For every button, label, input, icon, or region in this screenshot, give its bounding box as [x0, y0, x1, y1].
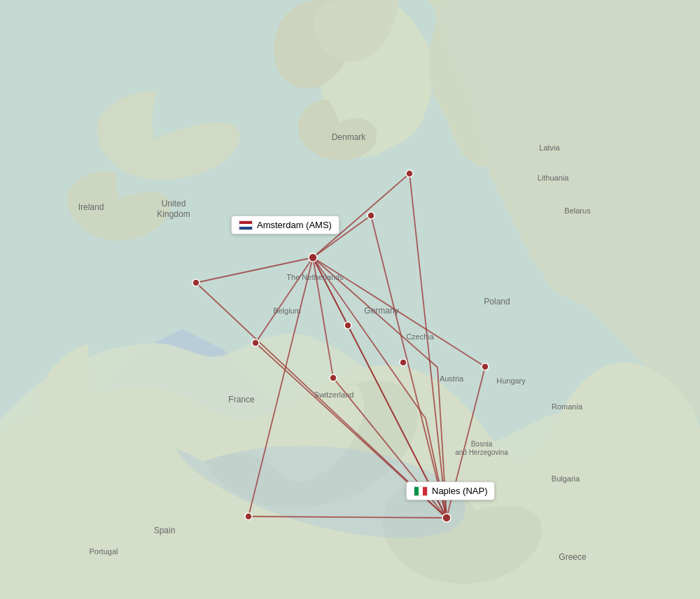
svg-text:Portugal: Portugal [90, 547, 118, 556]
svg-text:Austria: Austria [440, 374, 464, 383]
svg-text:Spain: Spain [154, 526, 176, 535]
svg-text:Poland: Poland [484, 297, 510, 306]
svg-point-23 [442, 514, 451, 522]
svg-text:Greece: Greece [559, 552, 587, 562]
svg-point-27 [252, 339, 259, 346]
svg-point-32 [245, 513, 252, 520]
svg-text:Kingdom: Kingdom [157, 209, 190, 219]
svg-point-31 [330, 374, 337, 381]
svg-point-26 [192, 279, 200, 286]
svg-text:Belarus: Belarus [564, 206, 591, 215]
svg-point-28 [344, 322, 351, 329]
map-container: Ireland United Kingdom Denmark The Nethe… [0, 0, 700, 599]
svg-text:Latvia: Latvia [539, 143, 560, 152]
svg-text:Czechia: Czechia [406, 332, 435, 341]
svg-text:The Netherlands: The Netherlands [286, 273, 344, 281]
svg-text:and Herzegovina: and Herzegovina [455, 449, 508, 456]
svg-text:Lithuania: Lithuania [538, 174, 570, 182]
svg-text:France: France [228, 395, 255, 404]
svg-text:Belgium: Belgium [273, 306, 301, 315]
svg-text:Bosnia: Bosnia [471, 440, 493, 448]
svg-text:Switzerland: Switzerland [314, 390, 354, 399]
svg-text:Hungary: Hungary [496, 376, 526, 385]
svg-text:Germany: Germany [364, 306, 398, 316]
svg-text:Bulgaria: Bulgaria [552, 474, 580, 483]
svg-text:United: United [162, 199, 186, 209]
svg-point-30 [482, 363, 489, 370]
svg-point-29 [400, 359, 407, 366]
svg-point-24 [406, 170, 413, 177]
svg-text:Ireland: Ireland [78, 202, 104, 212]
svg-point-22 [309, 253, 317, 262]
map-svg: Ireland United Kingdom Denmark The Nethe… [0, 0, 700, 599]
svg-text:Romania: Romania [552, 402, 583, 411]
svg-point-25 [368, 212, 374, 219]
svg-text:Denmark: Denmark [332, 132, 367, 142]
